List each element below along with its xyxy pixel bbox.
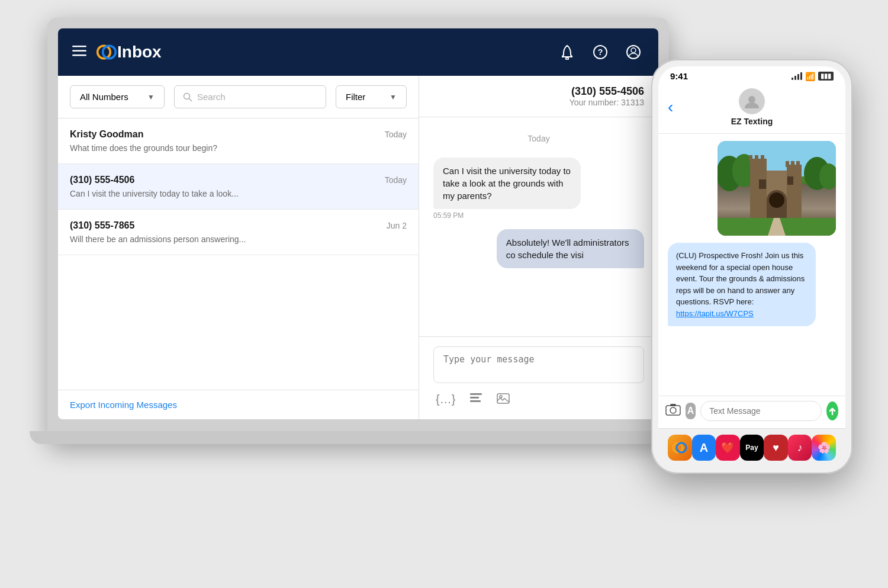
right-panel: (310) 555-4506 Your number: 31313 Today … xyxy=(419,76,658,419)
conversation-list: Kristy Goodman Today What time does the … xyxy=(58,118,419,390)
phone-back-button[interactable]: ‹ xyxy=(668,98,673,117)
laptop-device: Inbox ? xyxy=(47,18,669,444)
list-item[interactable]: (310) 555-4506 Today Can I visit the uni… xyxy=(58,164,419,210)
app-content: All Numbers ▼ Search Filter xyxy=(58,76,658,419)
templates-icon[interactable] xyxy=(467,390,485,410)
signal-bars-icon xyxy=(792,72,802,80)
svg-rect-2 xyxy=(72,54,86,56)
page-title: Inbox xyxy=(117,43,556,62)
export-incoming-messages-link[interactable]: Export Incoming Messages xyxy=(58,390,419,419)
svg-text:?: ? xyxy=(598,47,603,57)
app-store-icon[interactable]: A xyxy=(686,403,696,419)
svg-rect-24 xyxy=(755,155,758,161)
search-icon xyxy=(183,92,192,102)
dropdown-label: All Numbers xyxy=(80,92,128,102)
svg-rect-28 xyxy=(791,161,794,167)
svg-point-32 xyxy=(769,192,784,208)
svg-rect-14 xyxy=(470,400,481,402)
dock-applepay-icon[interactable]: Pay xyxy=(740,435,764,461)
chat-phone-number: (310) 555-4506 xyxy=(571,85,644,98)
castle-image xyxy=(718,141,836,236)
wifi-icon: 📶 xyxy=(805,72,815,81)
filter-dropdown[interactable]: Filter ▼ xyxy=(336,85,407,108)
filter-label: Filter xyxy=(346,92,365,102)
conv-name: (310) 555-4506 xyxy=(70,175,134,185)
camera-icon[interactable] xyxy=(665,403,681,419)
svg-rect-25 xyxy=(761,155,764,161)
message-time: 05:59 PM xyxy=(433,211,581,220)
message-input[interactable] xyxy=(433,346,644,383)
filters-bar: All Numbers ▼ Search Filter xyxy=(58,76,419,118)
chevron-down-icon: ▼ xyxy=(147,93,155,101)
phone-contact-info: EZ Texting xyxy=(668,88,836,126)
chat-your-number: Your number: 31313 xyxy=(570,98,644,107)
conv-name: Kristy Goodman xyxy=(70,129,143,140)
dock-red1-icon[interactable]: ❤️ xyxy=(716,435,740,461)
phone-messages: (CLU) Prospective Frosh! Join us this we… xyxy=(658,134,845,396)
dock-photos-icon[interactable]: 🌸 xyxy=(812,435,836,461)
svg-rect-12 xyxy=(470,393,482,395)
phone-text-input[interactable] xyxy=(700,401,822,421)
notification-icon[interactable] xyxy=(556,41,578,63)
page-container: Inbox ? xyxy=(0,0,888,588)
list-item[interactable]: (310) 555-7865 Jun 2 Will there be an ad… xyxy=(58,210,419,255)
phone-send-button[interactable] xyxy=(826,401,838,420)
message-outgoing: Absolutely! We'll administrators co sche… xyxy=(497,229,644,268)
phone-image-message xyxy=(718,141,836,236)
battery-icon: ▮▮▮ xyxy=(818,72,834,81)
help-icon[interactable]: ? xyxy=(590,41,611,63)
phone-time: 9:41 xyxy=(670,71,688,81)
chat-header: (310) 555-4506 Your number: 31313 xyxy=(419,76,658,117)
message-link[interactable]: https://tapit.us/W7CPS xyxy=(676,309,754,318)
svg-rect-0 xyxy=(72,46,86,47)
conv-header: (310) 555-4506 Today xyxy=(70,175,407,185)
phone-device: 9:41 📶 ▮▮▮ ‹ xyxy=(651,59,852,474)
svg-point-9 xyxy=(631,48,636,53)
app-header: Inbox ? xyxy=(58,28,658,76)
filter-chevron-icon: ▼ xyxy=(390,93,397,101)
conv-name: (310) 555-7865 xyxy=(70,220,134,231)
dock-appstore-icon[interactable]: A xyxy=(692,435,716,461)
search-placeholder: Search xyxy=(197,92,226,102)
svg-rect-26 xyxy=(787,165,802,224)
svg-point-39 xyxy=(670,407,676,413)
conv-time: Today xyxy=(385,175,407,185)
phone-dock: A ❤️ Pay ♥ ♪ 🌸 xyxy=(658,428,845,467)
conv-time: Today xyxy=(385,130,407,139)
ez-texting-logo-icon xyxy=(96,41,117,63)
svg-rect-23 xyxy=(749,155,752,161)
conv-preview: Will there be an admissions person answe… xyxy=(70,234,407,244)
dock-red2-icon[interactable]: ♥ xyxy=(764,435,788,461)
header-icons: ? xyxy=(556,41,644,63)
dock-music-icon[interactable]: ♪ xyxy=(788,435,812,461)
search-box[interactable]: Search xyxy=(174,85,326,108)
conv-time: Jun 2 xyxy=(387,221,407,230)
svg-rect-40 xyxy=(670,404,676,406)
conv-header: (310) 555-7865 Jun 2 xyxy=(70,220,407,231)
list-item[interactable]: Kristy Goodman Today What time does the … xyxy=(58,118,419,164)
phone-screen: 9:41 📶 ▮▮▮ ‹ xyxy=(658,66,845,467)
phone-status-bar: 9:41 📶 ▮▮▮ xyxy=(658,66,845,83)
all-numbers-dropdown[interactable]: All Numbers ▼ xyxy=(70,85,165,108)
svg-rect-1 xyxy=(72,50,86,52)
svg-rect-22 xyxy=(750,159,767,224)
svg-rect-13 xyxy=(470,397,479,399)
dock-eztexting-icon[interactable] xyxy=(668,435,692,461)
incoming-bubble: Can I visit the university today to take… xyxy=(433,158,581,209)
svg-rect-34 xyxy=(787,176,793,185)
message-incoming: Can I visit the university today to take… xyxy=(433,158,581,220)
phone-contact-name: EZ Texting xyxy=(731,117,773,126)
image-attach-icon[interactable] xyxy=(494,390,512,410)
svg-point-5 xyxy=(566,57,568,60)
menu-icon[interactable] xyxy=(72,46,86,59)
phone-status-icons: 📶 ▮▮▮ xyxy=(792,72,834,81)
left-panel: All Numbers ▼ Search Filter xyxy=(58,76,419,419)
conv-header: Kristy Goodman Today xyxy=(70,129,407,140)
date-divider: Today xyxy=(433,134,644,143)
conv-preview: Can I visit the university today to take… xyxy=(70,189,407,198)
phone-input-area: A xyxy=(658,396,845,428)
user-profile-icon[interactable] xyxy=(623,41,644,63)
phone-avatar xyxy=(739,88,765,114)
merge-tags-icon[interactable]: {…} xyxy=(433,390,458,410)
laptop-screen: Inbox ? xyxy=(58,28,658,419)
